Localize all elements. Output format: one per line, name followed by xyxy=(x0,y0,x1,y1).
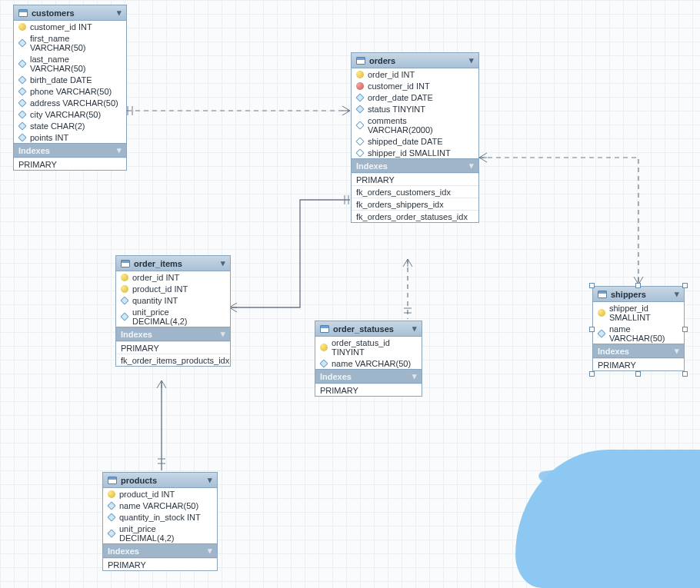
column-row[interactable]: comments VARCHAR(2000) xyxy=(352,115,478,135)
diamond-icon xyxy=(18,75,26,84)
column-list: customer_id INT first_name VARCHAR(50) l… xyxy=(14,21,126,143)
index-row[interactable]: PRIMARY xyxy=(352,173,478,185)
resize-handle[interactable] xyxy=(635,371,641,377)
resize-handle[interactable] xyxy=(635,283,641,288)
column-row[interactable]: unit_price DECIMAL(4,2) xyxy=(116,306,230,327)
diamond-icon xyxy=(355,105,364,113)
resize-handle[interactable] xyxy=(589,283,595,288)
column-row[interactable]: phone VARCHAR(50) xyxy=(14,85,126,97)
resize-handle[interactable] xyxy=(682,283,688,288)
table-order-statuses[interactable]: order_statuses ▾ order_status_id TINYINT… xyxy=(315,321,422,397)
column-row[interactable]: shipper_id SMALLINT xyxy=(593,302,684,323)
column-row[interactable]: name VARCHAR(50) xyxy=(593,323,684,344)
index-row[interactable]: PRIMARY xyxy=(14,158,126,170)
chevron-down-icon: ▾ xyxy=(412,324,417,334)
column-list: order_status_id TINYINT name VARCHAR(50) xyxy=(315,337,422,369)
table-shippers[interactable]: shippers ▾ shipper_id SMALLINT name VARC… xyxy=(592,286,685,371)
diamond-icon xyxy=(18,110,26,118)
diamond-icon xyxy=(18,121,26,130)
resize-handle[interactable] xyxy=(682,371,688,377)
diamond-icon xyxy=(18,87,26,95)
resize-handle[interactable] xyxy=(682,327,688,332)
table-header[interactable]: orders ▾ xyxy=(352,53,478,68)
table-icon xyxy=(598,291,607,298)
key-icon xyxy=(356,71,364,78)
table-customers[interactable]: customers ▾ customer_id INT first_name V… xyxy=(13,5,127,171)
index-row[interactable]: PRIMARY xyxy=(116,341,230,354)
table-header[interactable]: order_items ▾ xyxy=(116,256,230,271)
column-row[interactable]: birth_date DATE xyxy=(14,74,126,85)
table-icon xyxy=(108,477,117,484)
column-row[interactable]: product_id INT xyxy=(116,283,230,294)
table-icon xyxy=(18,9,28,17)
table-header[interactable]: customers ▾ xyxy=(14,5,126,21)
table-title: products xyxy=(121,476,157,485)
table-products[interactable]: products ▾ product_id INT name VARCHAR(5… xyxy=(102,472,218,571)
indexes-header[interactable]: Indexes▾ xyxy=(116,327,230,341)
diamond-icon xyxy=(18,59,26,68)
key-icon xyxy=(598,309,605,317)
index-row[interactable]: PRIMARY xyxy=(103,558,217,570)
table-title: order_statuses xyxy=(333,324,394,334)
resize-handle[interactable] xyxy=(589,327,595,332)
column-row[interactable]: unit_price DECIMAL(4,2) xyxy=(103,523,217,543)
indexes-header[interactable]: Indexes▾ xyxy=(593,344,684,358)
column-row[interactable]: last_name VARCHAR(50) xyxy=(14,53,126,74)
resize-handle[interactable] xyxy=(589,371,595,377)
index-row[interactable]: fk_orders_order_statuses_idx xyxy=(352,210,478,222)
column-row[interactable]: name VARCHAR(50) xyxy=(315,357,422,369)
diamond-icon xyxy=(18,98,26,107)
fk-icon xyxy=(356,82,364,90)
column-list: product_id INT name VARCHAR(50) quantity… xyxy=(103,488,217,543)
chevron-down-icon: ▾ xyxy=(412,371,417,381)
chevron-down-icon: ▾ xyxy=(208,546,212,556)
diamond-icon xyxy=(107,513,115,521)
key-icon xyxy=(320,344,328,351)
column-row[interactable]: shipped_date DATE xyxy=(352,135,478,147)
column-row[interactable]: first_name VARCHAR(50) xyxy=(14,32,126,53)
chevron-down-icon: ▾ xyxy=(675,346,679,356)
table-icon xyxy=(356,57,365,65)
indexes-header[interactable]: Indexes▾ xyxy=(103,543,217,558)
column-row[interactable]: city VARCHAR(50) xyxy=(14,108,126,120)
column-row[interactable]: name VARCHAR(50) xyxy=(103,500,217,511)
index-row[interactable]: PRIMARY xyxy=(593,358,684,370)
table-header[interactable]: order_statuses ▾ xyxy=(315,321,422,337)
column-list: shipper_id SMALLINT name VARCHAR(50) xyxy=(593,302,684,344)
diamond-hollow-icon xyxy=(355,121,364,129)
column-row[interactable]: quantity_in_stock INT xyxy=(103,511,217,523)
indexes-header[interactable]: Indexes▾ xyxy=(315,369,422,384)
chevron-down-icon: ▾ xyxy=(117,145,122,155)
indexes-header[interactable]: Indexes▾ xyxy=(352,158,478,173)
column-row[interactable]: order_date DATE xyxy=(352,91,478,103)
column-row[interactable]: address VARCHAR(50) xyxy=(14,97,126,108)
column-row[interactable]: quantity INT xyxy=(116,294,230,306)
chevron-down-icon: ▾ xyxy=(675,289,679,299)
column-row[interactable]: points INT xyxy=(14,131,126,143)
column-row[interactable]: state CHAR(2) xyxy=(14,120,126,131)
column-row[interactable]: status TINYINT xyxy=(352,103,478,115)
chevron-down-icon: ▾ xyxy=(221,258,225,268)
chevron-down-icon: ▾ xyxy=(208,475,212,485)
table-icon xyxy=(121,260,130,267)
chevron-down-icon: ▾ xyxy=(469,161,474,171)
column-row[interactable]: customer_id INT xyxy=(14,21,126,32)
table-title: customers xyxy=(32,8,75,18)
table-header[interactable]: products ▾ xyxy=(103,473,217,488)
index-row[interactable]: PRIMARY xyxy=(315,384,422,396)
column-row[interactable]: order_status_id TINYINT xyxy=(315,337,422,357)
table-header[interactable]: shippers ▾ xyxy=(593,287,684,302)
index-row[interactable]: fk_order_items_products_idx xyxy=(116,354,230,366)
index-row[interactable]: fk_orders_shippers_idx xyxy=(352,198,478,210)
index-row[interactable]: fk_orders_customers_idx xyxy=(352,185,478,198)
column-row[interactable]: order_id INT xyxy=(116,271,230,283)
column-row[interactable]: product_id INT xyxy=(103,488,217,500)
column-row[interactable]: customer_id INT xyxy=(352,80,478,91)
column-row[interactable]: order_id INT xyxy=(352,68,478,80)
diamond-icon xyxy=(107,501,115,510)
table-order-items[interactable]: order_items ▾ order_id INT product_id IN… xyxy=(115,255,231,367)
indexes-header[interactable]: Indexes▾ xyxy=(14,143,126,158)
column-row[interactable]: shipper_id SMALLINT xyxy=(352,147,478,158)
table-orders[interactable]: orders ▾ order_id INT customer_id INT or… xyxy=(351,52,479,223)
chevron-down-icon: ▾ xyxy=(117,8,122,18)
